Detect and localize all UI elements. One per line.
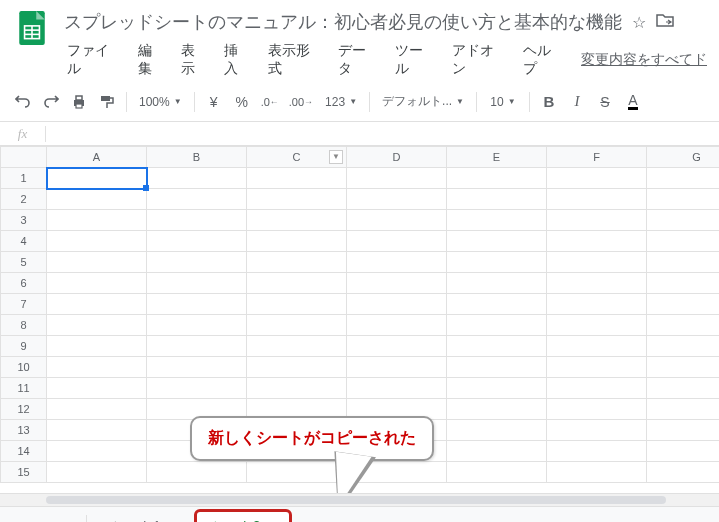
- select-all-corner[interactable]: [1, 147, 47, 168]
- italic-button[interactable]: I: [564, 88, 590, 116]
- format-currency[interactable]: ¥: [201, 88, 227, 116]
- text-color-button[interactable]: A: [620, 88, 646, 116]
- row-header[interactable]: 12: [1, 399, 47, 420]
- move-folder-icon[interactable]: [656, 13, 674, 31]
- undo-icon[interactable]: [10, 88, 36, 116]
- toolbar: 100%▼ ¥ % .0← .00→ 123▼ デフォルト...▼ 10▼ B …: [0, 82, 719, 122]
- row-header[interactable]: 4: [1, 231, 47, 252]
- row-header[interactable]: 2: [1, 189, 47, 210]
- sheet-tab-2[interactable]: シート2 ▼: [194, 509, 293, 523]
- font-select[interactable]: デフォルト...▼: [376, 88, 470, 116]
- sheet-tab-label: シート1: [111, 518, 161, 523]
- sheet-tab-1[interactable]: シート1 ▼: [97, 512, 190, 523]
- star-icon[interactable]: ☆: [632, 13, 646, 32]
- col-header-D[interactable]: D: [347, 147, 447, 168]
- menu-insert[interactable]: 挿入: [217, 38, 258, 82]
- row-header[interactable]: 3: [1, 210, 47, 231]
- menu-tools[interactable]: ツール: [388, 38, 443, 82]
- row-header[interactable]: 1: [1, 168, 47, 189]
- row-header[interactable]: 11: [1, 378, 47, 399]
- row-header[interactable]: 9: [1, 336, 47, 357]
- col-header-E[interactable]: E: [447, 147, 547, 168]
- col-header-A[interactable]: A: [47, 147, 147, 168]
- strike-button[interactable]: S: [592, 88, 618, 116]
- zoom-select[interactable]: 100%▼: [133, 88, 188, 116]
- row-header[interactable]: 7: [1, 294, 47, 315]
- col-header-B[interactable]: B: [147, 147, 247, 168]
- add-sheet-button[interactable]: ＋: [8, 511, 40, 523]
- row-header[interactable]: 5: [1, 252, 47, 273]
- horizontal-scrollbar[interactable]: [0, 494, 719, 506]
- decrease-decimal[interactable]: .0←: [257, 88, 283, 116]
- svg-rect-8: [101, 96, 110, 101]
- column-menu-icon[interactable]: ▼: [329, 150, 343, 164]
- svg-rect-6: [76, 96, 82, 100]
- all-sheets-button[interactable]: ≡: [44, 511, 76, 523]
- annotation-callout: 新しくシートがコピーされた: [190, 416, 434, 461]
- sheet-tab-bar: ＋ ≡ シート1 ▼ シート2 ▼: [0, 506, 719, 522]
- bold-button[interactable]: B: [536, 88, 562, 116]
- svg-rect-7: [76, 104, 82, 108]
- sheets-logo[interactable]: [12, 8, 52, 48]
- more-formats[interactable]: 123▼: [319, 88, 363, 116]
- menu-addons[interactable]: アドオン: [445, 38, 514, 82]
- menu-edit[interactable]: 編集: [131, 38, 172, 82]
- save-status[interactable]: 変更内容をすべてド: [581, 51, 707, 69]
- row-header[interactable]: 8: [1, 315, 47, 336]
- row-header[interactable]: 6: [1, 273, 47, 294]
- menu-bar: ファイル 編集 表示 挿入 表示形式 データ ツール アドオン ヘルプ 変更内容…: [60, 38, 707, 82]
- col-header-G[interactable]: G: [647, 147, 720, 168]
- cell-A1[interactable]: [47, 168, 147, 189]
- font-size-select[interactable]: 10▼: [483, 88, 523, 116]
- menu-data[interactable]: データ: [331, 38, 386, 82]
- menu-file[interactable]: ファイル: [60, 38, 129, 82]
- col-header-F[interactable]: F: [547, 147, 647, 168]
- fx-label: fx: [0, 126, 46, 142]
- format-percent[interactable]: %: [229, 88, 255, 116]
- row-header[interactable]: 10: [1, 357, 47, 378]
- row-header[interactable]: 14: [1, 441, 47, 462]
- annotation-text: 新しくシートがコピーされた: [208, 429, 416, 446]
- menu-format[interactable]: 表示形式: [261, 38, 330, 82]
- paint-format-icon[interactable]: [94, 88, 120, 116]
- doc-title[interactable]: スプレッドシートのマニュアル：初心者必見の使い方と基本的な機能: [64, 10, 622, 34]
- col-header-C[interactable]: C▼: [247, 147, 347, 168]
- menu-help[interactable]: ヘルプ: [516, 38, 571, 82]
- print-icon[interactable]: [66, 88, 92, 116]
- redo-icon[interactable]: [38, 88, 64, 116]
- menu-view[interactable]: 表示: [174, 38, 215, 82]
- row-header[interactable]: 13: [1, 420, 47, 441]
- sheet-tab-label: シート2: [211, 518, 261, 523]
- increase-decimal[interactable]: .00→: [285, 88, 317, 116]
- row-header[interactable]: 15: [1, 462, 47, 483]
